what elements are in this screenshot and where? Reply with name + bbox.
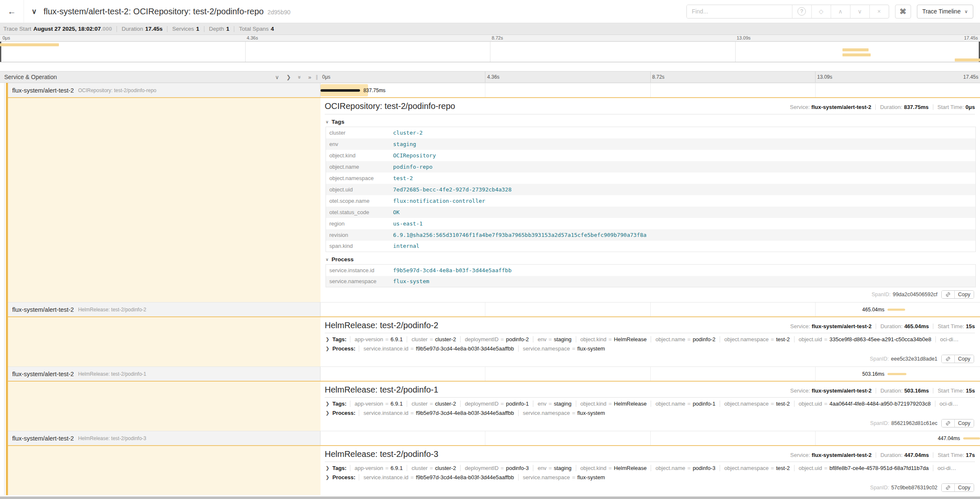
divider	[933, 388, 933, 393]
span-detail-header: HelmRelease: test-2/podinfo-1Service:flu…	[325, 385, 975, 398]
process-inline-row[interactable]: ❯Process:service.instance.id=f9b5e97d-3c…	[326, 474, 975, 480]
span-name-cell[interactable]: flux-system/alert-test-2OCIRepository: t…	[8, 83, 320, 97]
tag-value: staging	[390, 138, 976, 150]
expand-one-button[interactable]: ❯	[286, 74, 291, 80]
table-row[interactable]: revision6.9.1@sha256:565d310746f1fa4be7f…	[326, 229, 976, 241]
table-row[interactable]: service.instance.idf9b5e97d-3cd4-4e8a-b0…	[326, 265, 976, 276]
equals-sign: =	[501, 465, 504, 471]
collapse-all-button[interactable]: »	[308, 74, 311, 80]
tags-inline-row[interactable]: ❯Tags:app-version=6.9.1cluster=cluster-2…	[326, 465, 975, 471]
span-name-cell[interactable]: flux-system/alert-test-2HelmRelease: tes…	[8, 303, 320, 316]
copy-button[interactable]: Copy	[954, 419, 974, 427]
span-detail-title: OCIRepository: test-2/podinfo-repo	[325, 101, 455, 111]
table-row[interactable]: envstaging	[326, 138, 976, 150]
process-inline-row[interactable]: ❯Process:service.instance.id=f9b5e97d-3c…	[326, 410, 975, 416]
span-id-actions: Copy	[941, 419, 974, 427]
table-row[interactable]: service.namespaceflux-system	[326, 276, 976, 287]
depth-item: Depth1	[209, 26, 230, 32]
process-section-toggle[interactable]: ∨Process	[326, 256, 975, 263]
span-id-row: SpanID:eee5c32e31d8ade1Copy	[325, 355, 974, 363]
link-icon[interactable]	[942, 484, 954, 491]
table-row[interactable]: object.kindOCIRepository	[326, 150, 976, 161]
service-label: Service:	[790, 452, 810, 458]
tags-inline-row[interactable]: ❯Tags:app-version=6.9.1cluster=cluster-2…	[326, 401, 975, 407]
inline-key-value: deploymentID=podinfo-2	[460, 336, 533, 342]
tags-inline-row[interactable]: ❯Tags:app-version=6.9.1cluster=cluster-2…	[326, 336, 975, 342]
copy-button[interactable]: Copy	[954, 484, 974, 491]
minimap-canvas[interactable]	[0, 41, 980, 62]
span-timeline-cell[interactable]: 465.04ms	[320, 303, 980, 316]
timeline-gridcell	[320, 367, 485, 381]
link-icon[interactable]	[942, 355, 954, 363]
span-detail-meta: Service:flux-system/alert-test-2Duration…	[790, 388, 975, 394]
link-icon[interactable]	[942, 291, 954, 298]
trace-start-ms: .000	[101, 26, 112, 32]
timeline-gridcell	[320, 303, 485, 316]
find-input[interactable]	[687, 5, 792, 18]
duration-value: 503.16ms	[904, 388, 929, 394]
timeline-gridcell	[485, 367, 650, 381]
table-row[interactable]: span.kindinternal	[326, 241, 976, 252]
inline-value: 6.9.1	[390, 465, 403, 471]
table-row[interactable]: object.uid7ed72685-becc-4fe2-927d-27392c…	[326, 184, 976, 195]
inline-value: staging	[554, 401, 572, 407]
timeline-gridcell	[485, 431, 650, 445]
trace-view-selector[interactable]: Trace Timeline∨	[917, 5, 973, 19]
copy-button[interactable]: Copy	[954, 355, 974, 363]
trace-collapse-toggle[interactable]: ∨	[24, 0, 41, 23]
inline-key: object.name	[655, 465, 685, 471]
clear-search-button[interactable]: ×	[869, 5, 889, 18]
process-inline-row[interactable]: ❯Process:service.instance.id=f9b5e97d-3c…	[326, 345, 975, 352]
locate-span-button[interactable]: ◇	[811, 5, 831, 18]
find-group: ? ◇ ∧ ∨ ×	[686, 5, 889, 19]
timeline-column-header: Service & Operation ∨ ❯ » » ∥ 0μs 4.36s …	[0, 71, 980, 83]
prev-result-button[interactable]: ∧	[831, 5, 850, 18]
inline-value: podinfo-3	[693, 465, 715, 471]
inline-key: env	[538, 465, 546, 471]
next-result-button[interactable]: ∨	[850, 5, 869, 18]
inline-value: flux-system	[577, 410, 605, 416]
span-row[interactable]: flux-system/alert-test-2OCIRepository: t…	[8, 83, 980, 97]
span-duration-bar[interactable]	[963, 437, 980, 439]
link-icon[interactable]	[942, 419, 954, 427]
inline-key-value: cluster=cluster-2	[407, 336, 460, 342]
minimap-span-bar	[842, 48, 869, 51]
span-timeline-cell[interactable]: 503.16ms	[320, 367, 980, 381]
table-row[interactable]: clustercluster-2	[326, 127, 976, 138]
service-label: Service:	[790, 104, 810, 110]
table-row[interactable]: otel.scope.nameflux:notification-control…	[326, 195, 976, 207]
span-row[interactable]: flux-system/alert-test-2HelmRelease: tes…	[8, 366, 980, 381]
chevron-right-icon: ❯	[326, 346, 329, 351]
span-detail-panel: HelmRelease: test-2/podinfo-3Service:flu…	[320, 446, 980, 495]
column-resize-grip[interactable]: ∥	[315, 74, 318, 80]
help-button[interactable]: ?	[792, 5, 811, 18]
inline-key-value: env=staging	[533, 465, 575, 471]
span-name-cell[interactable]: flux-system/alert-test-2HelmRelease: tes…	[8, 367, 320, 381]
table-row[interactable]: otel.status_codeOK	[326, 207, 976, 218]
span-duration-bar[interactable]	[887, 373, 906, 375]
horizontal-scrollbar[interactable]	[0, 496, 980, 499]
span-row[interactable]: flux-system/alert-test-2HelmRelease: tes…	[8, 302, 980, 316]
span-name-cell[interactable]: flux-system/alert-test-2HelmRelease: tes…	[8, 431, 320, 445]
span-id-value: eee5c32e31d8ade1	[891, 356, 938, 362]
inline-value: staging	[554, 465, 572, 471]
keyboard-shortcuts-button[interactable]: ⌘	[895, 5, 911, 19]
command-icon: ⌘	[900, 8, 906, 15]
table-row[interactable]: object.namepodinfo-repo	[326, 161, 976, 173]
back-button[interactable]: ←	[0, 0, 24, 23]
span-timeline-cell[interactable]: 447.04ms	[320, 431, 980, 445]
expand-all-button[interactable]: »	[298, 74, 301, 80]
span-duration-bar[interactable]	[887, 308, 905, 311]
tags-section-toggle[interactable]: ∨Tags	[326, 119, 975, 125]
span-row[interactable]: flux-system/alert-test-2HelmRelease: tes…	[8, 431, 980, 445]
table-row[interactable]: regionus-east-1	[326, 218, 976, 229]
inline-key: app-version	[355, 401, 383, 407]
close-icon: ×	[877, 8, 881, 15]
table-row[interactable]: object.namespacetest-2	[326, 173, 976, 184]
span-duration-bar[interactable]	[320, 89, 360, 92]
collapse-one-button[interactable]: ∨	[275, 74, 279, 80]
span-duration-label: 447.04ms	[938, 435, 960, 441]
span-timeline-cell[interactable]: 837.75ms	[320, 83, 980, 97]
copy-button[interactable]: Copy	[954, 291, 974, 298]
inline-value: podinfo-1	[506, 401, 529, 407]
